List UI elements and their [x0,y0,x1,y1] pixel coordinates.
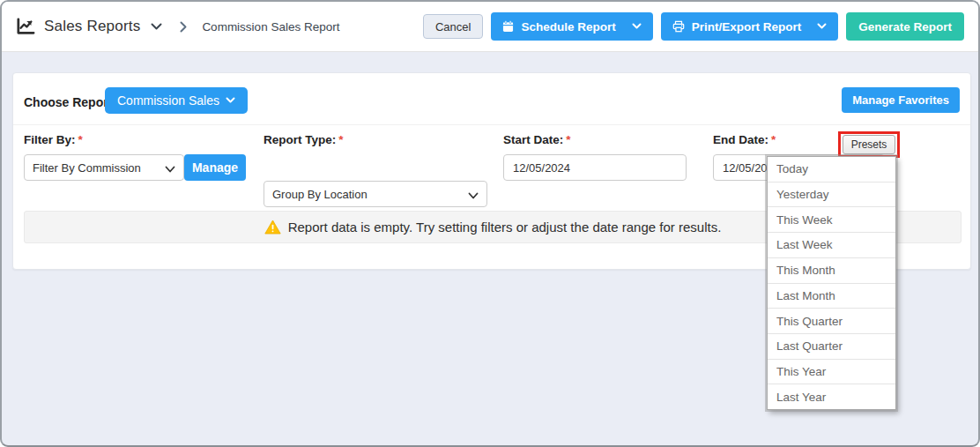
start-date-label: Start Date:* [503,133,571,146]
schedule-report-label: Schedule Report [521,20,615,34]
preset-menu-item[interactable]: This Month [768,258,895,284]
presets-button[interactable]: Presets [843,135,895,154]
presets-dropdown-menu: TodayYesterdayThis WeekLast WeekThis Mon… [767,156,896,410]
preset-menu-item[interactable]: Last Year [768,384,895,409]
calendar-icon [502,20,514,33]
filter-by-value: Filter By Commission [33,161,141,175]
chevron-right-icon [180,21,188,33]
page-title: Sales Reports [44,18,140,35]
manage-favorites-button[interactable]: Manage Favorites [842,87,960,113]
report-selector-label: Commission Sales [117,93,219,108]
choose-report-label: Choose Report [24,95,112,109]
preset-menu-item[interactable]: This Quarter [768,309,895,334]
generate-report-button[interactable]: Generate Report [846,12,964,41]
print-export-label: Print/Export Report [692,20,802,34]
start-date-input[interactable] [503,154,687,181]
chevron-down-icon[interactable] [817,23,827,30]
chevron-down-icon [226,97,235,104]
preset-menu-item[interactable]: Today [768,157,895,183]
preset-menu-item[interactable]: Yesterday [768,183,895,208]
preset-menu-item[interactable]: This Week [768,207,895,233]
warning-icon [264,220,281,235]
preset-menu-item[interactable]: Last Week [768,233,895,258]
print-export-button[interactable]: Print/Export Report [661,12,839,41]
required-marker: * [338,133,343,146]
report-type-label: Report Type:* [264,133,344,146]
required-marker: * [566,133,570,146]
titlebar-left: Sales Reports Commission Sales Report [16,18,339,35]
chevron-down-icon[interactable] [151,23,162,31]
required-marker: * [771,133,776,146]
chart-line-icon [16,18,35,35]
presets-annotation-box: Presets [838,131,900,158]
report-type-value: Group By Location [272,188,368,201]
chevron-down-icon[interactable] [632,23,642,30]
schedule-report-button[interactable]: Schedule Report [491,12,652,41]
preset-menu-item[interactable]: This Year [768,360,895,385]
manage-filter-button[interactable]: Manage [184,154,246,181]
app-window: Sales Reports Commission Sales Report Ca… [0,0,980,447]
chevron-down-icon [165,163,175,176]
empty-state-message: Report data is empty. Try setting filter… [288,220,722,235]
filter-by-label: Filter By:* [24,133,83,146]
end-date-label: End Date:* [713,133,776,146]
titlebar: Sales Reports Commission Sales Report Ca… [2,2,978,52]
preset-menu-item[interactable]: Last Quarter [768,334,895,360]
report-type-select[interactable]: Group By Location [264,181,487,207]
cancel-button[interactable]: Cancel [423,14,483,39]
chevron-down-icon [468,190,479,203]
breadcrumb: Commission Sales Report [202,20,339,34]
titlebar-actions: Cancel Schedule Report [423,12,964,41]
preset-menu-item[interactable]: Last Month [768,284,895,309]
divider [13,124,970,125]
report-selector-button[interactable]: Commission Sales [105,87,248,114]
start-date-field-wrap [503,154,687,181]
printer-icon [672,20,685,33]
filter-by-select[interactable]: Filter By Commission [24,154,184,181]
required-marker: * [78,133,83,146]
